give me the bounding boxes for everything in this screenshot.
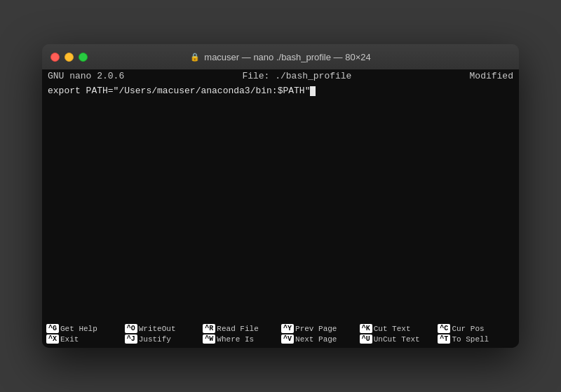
shortcut-key-row1-2[interactable]: ^R — [203, 324, 215, 333]
shortcut-label-row1-4: Cut Text — [374, 325, 411, 333]
shortcut-item-row1-2: ^RRead File — [203, 324, 280, 333]
shortcut-row-2: ^XExit^JJustify^WWhere Is^VNext Page^UUn… — [46, 334, 515, 344]
terminal-body[interactable]: GNU nano 2.0.6 File: ./bash_profile Modi… — [42, 69, 519, 348]
shortcut-label-row1-0: Get Help — [60, 325, 97, 333]
nano-content-area[interactable]: export PATH="/Users/macuser/anaconda3/bi… — [42, 83, 519, 321]
shortcut-key-row1-1[interactable]: ^O — [125, 324, 137, 333]
shortcut-key-row2-2[interactable]: ^W — [203, 334, 215, 344]
shortcut-key-row2-0[interactable]: ^X — [46, 334, 59, 344]
nano-filename: File: ./bash_profile — [242, 71, 351, 81]
shortcut-key-row2-5[interactable]: ^T — [438, 334, 450, 344]
shortcut-label-row2-0: Exit — [60, 335, 79, 344]
shortcut-item-row2-5: ^TTo Spell — [438, 334, 515, 344]
shortcut-item-row1-3: ^YPrev Page — [281, 324, 358, 333]
lock-icon: 🔒 — [190, 53, 200, 62]
shortcut-label-row1-5: Cur Pos — [452, 325, 484, 333]
shortcut-label-row1-3: Prev Page — [295, 325, 337, 333]
shortcut-label-row2-1: Justify — [139, 335, 171, 344]
nano-version: GNU nano 2.0.6 — [48, 71, 124, 81]
content-text: export PATH="/Users/macuser/anaconda3/bi… — [48, 86, 310, 96]
shortcut-item-row2-4: ^UUnCut Text — [360, 334, 437, 344]
shortcut-key-row2-4[interactable]: ^U — [360, 334, 372, 344]
shortcut-row-1: ^GGet Help^OWriteOut^RRead File^YPrev Pa… — [46, 324, 515, 333]
shortcut-key-row1-0[interactable]: ^G — [46, 324, 59, 333]
nano-header: GNU nano 2.0.6 File: ./bash_profile Modi… — [42, 69, 519, 83]
nano-footer: ^GGet Help^OWriteOut^RRead File^YPrev Pa… — [42, 321, 519, 348]
maximize-button[interactable] — [79, 53, 88, 62]
shortcut-item-row2-2: ^WWhere Is — [203, 334, 280, 344]
shortcut-item-row1-1: ^OWriteOut — [125, 324, 202, 333]
shortcut-label-row2-2: Where Is — [217, 335, 254, 344]
shortcut-item-row1-0: ^GGet Help — [46, 324, 123, 333]
shortcut-item-row2-0: ^XExit — [46, 334, 123, 344]
titlebar: 🔒 macuser — nano ./bash_profile — 80×24 — [42, 44, 519, 69]
close-button[interactable] — [50, 53, 60, 62]
shortcut-label-row1-1: WriteOut — [139, 325, 176, 333]
terminal-window: 🔒 macuser — nano ./bash_profile — 80×24 … — [42, 44, 519, 348]
shortcut-label-row2-4: UnCut Text — [374, 335, 420, 344]
shortcut-item-row2-3: ^VNext Page — [281, 334, 358, 344]
shortcut-item-row1-4: ^KCut Text — [360, 324, 437, 333]
nano-modified: Modified — [470, 71, 513, 81]
shortcut-key-row1-5[interactable]: ^C — [438, 324, 450, 333]
shortcut-key-row2-3[interactable]: ^V — [281, 334, 294, 344]
shortcut-label-row2-5: To Spell — [452, 335, 489, 344]
minimize-button[interactable] — [65, 53, 74, 62]
shortcut-item-row2-1: ^JJustify — [125, 334, 202, 344]
text-cursor — [310, 86, 316, 96]
shortcut-label-row1-2: Read File — [217, 325, 258, 333]
window-title: 🔒 macuser — nano ./bash_profile — 80×24 — [190, 52, 370, 62]
shortcut-key-row2-1[interactable]: ^J — [125, 334, 137, 344]
shortcut-item-row1-5: ^CCur Pos — [438, 324, 515, 333]
shortcut-label-row2-3: Next Page — [295, 335, 337, 344]
content-line-1: export PATH="/Users/macuser/anaconda3/bi… — [48, 86, 513, 96]
shortcut-key-row1-3[interactable]: ^Y — [281, 324, 294, 333]
shortcut-key-row1-4[interactable]: ^K — [360, 324, 372, 333]
traffic-lights — [50, 53, 88, 62]
